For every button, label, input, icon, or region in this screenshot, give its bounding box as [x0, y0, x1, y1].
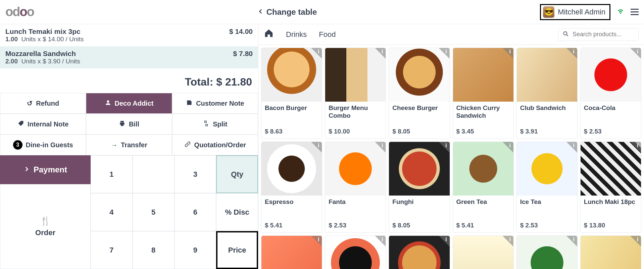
product-name: Coca-Cola: [581, 102, 641, 126]
numpad-mode-discount[interactable]: % Disc: [216, 193, 258, 231]
user-icon: [105, 99, 111, 108]
info-icon[interactable]: i: [439, 48, 450, 59]
numpad-5[interactable]: 5: [133, 193, 175, 231]
product-card[interactable]: i Lunch Maki 18pc $ 13.80: [580, 142, 641, 233]
product-name: Burger Menu Combo: [325, 102, 386, 126]
order-line-qty: 1.00 Units x $ 14.00 / Units: [5, 36, 84, 43]
numpad-mode-qty[interactable]: Qty: [216, 155, 258, 193]
note-icon: [186, 99, 193, 108]
product-card[interactable]: i: [580, 235, 641, 269]
chevron-right-icon: [23, 165, 30, 174]
product-thumb: i: [389, 236, 449, 269]
product-name: Green Tea: [453, 196, 513, 220]
product-price: $ 13.80: [581, 220, 641, 232]
product-card[interactable]: i: [453, 235, 514, 269]
product-card[interactable]: i Fanta $ 2.53: [325, 142, 386, 233]
change-table-button[interactable]: Change table: [34, 7, 540, 17]
internal-note-button[interactable]: Internal Note: [0, 114, 86, 134]
product-card[interactable]: i Cheese Burger $ 8.05: [389, 48, 450, 139]
info-icon[interactable]: i: [439, 142, 450, 153]
product-card[interactable]: i Coca-Cola $ 2.53: [580, 48, 641, 139]
info-icon[interactable]: i: [566, 236, 577, 247]
guests-button[interactable]: 3 Dine-in Guests: [0, 134, 86, 155]
product-name: Club Sandwich: [517, 102, 577, 126]
product-card[interactable]: i Espresso $ 5.41: [261, 142, 322, 233]
info-icon[interactable]: i: [630, 48, 641, 59]
order-line-qty: 2.00 Units x $ 3.90 / Units: [5, 58, 80, 65]
order-line[interactable]: Mozzarella Sandwich 2.00 Units x $ 3.90 …: [0, 46, 258, 68]
product-thumb: i: [581, 236, 641, 269]
info-icon[interactable]: i: [375, 236, 386, 247]
bill-button[interactable]: Bill: [86, 114, 172, 134]
search-input[interactable]: [573, 31, 634, 38]
product-thumb: i: [517, 236, 577, 269]
product-card[interactable]: i Club Sandwich $ 3.91: [516, 48, 578, 139]
order-line[interactable]: Lunch Temaki mix 3pc 1.00 Units x $ 14.0…: [0, 24, 258, 46]
numpad: 1 3 Qty 4 5 6 % Disc 7 8 9 Price: [91, 155, 258, 269]
product-card[interactable]: i: [516, 235, 578, 269]
info-icon[interactable]: i: [566, 48, 577, 59]
payment-button[interactable]: Payment: [0, 155, 91, 184]
info-icon[interactable]: i: [566, 142, 577, 153]
product-card[interactable]: i Ice Tea $ 2.53: [516, 142, 578, 233]
info-icon[interactable]: i: [311, 142, 322, 153]
product-price: $ 8.63: [261, 126, 322, 139]
product-price: $ 3.45: [453, 126, 513, 139]
product-thumb: i: [453, 142, 513, 196]
menu-icon[interactable]: [631, 9, 639, 15]
order-button[interactable]: 🍴 Order: [0, 184, 91, 269]
category-food[interactable]: Food: [319, 30, 336, 39]
search-box[interactable]: [558, 28, 639, 41]
numpad-8[interactable]: 8: [133, 231, 175, 269]
product-card[interactable]: i: [261, 235, 322, 269]
customer-button[interactable]: Deco Addict: [86, 93, 172, 114]
product-thumb: i: [325, 236, 386, 269]
category-drinks[interactable]: Drinks: [286, 30, 307, 39]
numpad-3[interactable]: 3: [175, 155, 216, 193]
order-line-total: $ 7.80: [233, 50, 253, 65]
info-icon[interactable]: i: [311, 48, 322, 59]
transfer-button[interactable]: → Transfer: [86, 134, 172, 155]
split-button[interactable]: Split: [172, 114, 258, 134]
info-icon[interactable]: i: [503, 142, 513, 153]
numpad-1[interactable]: 1: [91, 155, 133, 193]
quotation-button[interactable]: Quotation/Order: [172, 134, 258, 155]
chevron-left-icon: [257, 7, 264, 17]
product-thumb: i: [453, 48, 513, 102]
home-icon[interactable]: [264, 28, 274, 41]
product-card[interactable]: i: [389, 235, 450, 269]
product-card[interactable]: i Burger Menu Combo $ 10.00: [325, 48, 386, 139]
product-name: Ice Tea: [517, 196, 577, 220]
numpad-9[interactable]: 9: [175, 231, 216, 269]
numpad-7[interactable]: 7: [91, 231, 133, 269]
product-thumb: i: [261, 142, 322, 196]
info-icon[interactable]: i: [439, 236, 450, 247]
product-name: Chicken Curry Sandwich: [453, 102, 513, 126]
product-thumb: i: [325, 142, 386, 196]
product-card[interactable]: i Bacon Burger $ 8.63: [261, 48, 322, 139]
product-card[interactable]: i Funghi $ 8.05: [389, 142, 450, 233]
info-icon[interactable]: i: [311, 236, 322, 247]
app-logo[interactable]: odoo: [5, 5, 34, 19]
info-icon[interactable]: i: [375, 48, 386, 59]
numpad-mode-price[interactable]: Price: [216, 231, 258, 269]
product-price: $ 5.41: [261, 220, 322, 232]
order-line-name: Mozzarella Sandwich: [5, 50, 80, 58]
product-card[interactable]: i Chicken Curry Sandwich $ 3.45: [453, 48, 514, 139]
product-name: Fanta: [325, 196, 386, 220]
product-name: Funghi: [389, 196, 449, 220]
info-icon[interactable]: i: [503, 48, 513, 59]
info-icon[interactable]: i: [630, 236, 641, 247]
numpad-4[interactable]: 4: [91, 193, 133, 231]
product-card[interactable]: i Green Tea $ 5.41: [453, 142, 514, 233]
numpad-6[interactable]: 6: [175, 193, 216, 231]
product-card[interactable]: i: [325, 235, 386, 269]
info-icon[interactable]: i: [503, 236, 513, 247]
avatar: [543, 6, 554, 18]
product-thumb: i: [581, 142, 641, 196]
refund-button[interactable]: ↺ Refund: [0, 93, 86, 114]
info-icon[interactable]: i: [375, 142, 386, 153]
info-icon[interactable]: i: [630, 142, 641, 153]
user-menu[interactable]: Mitchell Admin: [540, 4, 610, 20]
customer-note-button[interactable]: Customer Note: [172, 93, 258, 114]
